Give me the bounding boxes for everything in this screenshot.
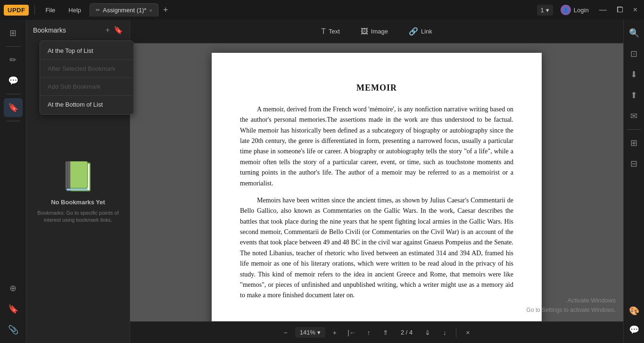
edit-toolbar: T Text 🖼 Image 🔗 Link xyxy=(130,20,623,43)
tab-edit-icon: ✏ xyxy=(96,7,100,13)
pdf-container[interactable]: MEMOIR A memoir, derived from the French… xyxy=(130,43,623,321)
tab-area: ✏ Assignment (1)* × + xyxy=(90,3,533,17)
dropdown-top-of-list[interactable]: At the Top of List xyxy=(40,43,133,59)
fit-page-button[interactable]: ↑ xyxy=(361,325,376,340)
left-sidebar: ⊞ ✏ 💬 🔖 ⊕ 🔖 📎 xyxy=(0,20,26,343)
page-separator: / xyxy=(406,329,409,336)
tab-close-button[interactable]: × xyxy=(149,8,152,13)
fit-all-button[interactable]: ⇑ xyxy=(378,325,393,340)
window-controls: — ⧠ × xyxy=(596,4,640,16)
dropdown-menu: At the Top of List After Selected Bookma… xyxy=(40,41,134,115)
activate-watermark: Activate Windows Go to Settings to activ… xyxy=(527,296,616,315)
page-current: 2 xyxy=(401,329,404,336)
bottom-toolbar: − 141% ▾ + |← ↑ ⇑ 2 / 4 ⇓ ↓ × xyxy=(130,321,623,343)
dropdown-divider xyxy=(40,59,133,60)
placeholder-icon[interactable]: 🔖 xyxy=(4,300,23,318)
colorful-icon[interactable]: 🎨 xyxy=(625,301,644,320)
bookmark-options-button[interactable]: 🔖 xyxy=(114,25,123,34)
mail-right-icon[interactable]: ✉ xyxy=(625,107,644,125)
page-down-button[interactable]: ⇓ xyxy=(420,325,435,340)
watermark-line2: Go to Settings to activate Windows. xyxy=(527,306,616,315)
image-tool-icon: 🖼 xyxy=(361,27,368,36)
image-tool-button[interactable]: 🖼 Image xyxy=(356,25,393,39)
image-tool-label: Image xyxy=(371,28,388,35)
pdf-title: MEMOIR xyxy=(240,81,513,95)
no-bookmarks-title: No Bookmarks Yet xyxy=(51,199,105,206)
zoom-display[interactable]: 141% ▾ xyxy=(295,327,325,338)
main-area: ⊞ ✏ 💬 🔖 ⊕ 🔖 📎 Bookmarks + 🔖 At the Top o… xyxy=(0,20,644,343)
separator xyxy=(6,46,20,47)
pdf-paragraph-2: Memoirs have been written since the anci… xyxy=(240,195,513,301)
zoom-in-button[interactable]: + xyxy=(327,325,342,340)
link-tool-icon: 🔗 xyxy=(409,27,418,36)
pdf-page: MEMOIR A memoir, derived from the French… xyxy=(212,53,542,321)
close-bottom-button[interactable]: × xyxy=(460,325,475,340)
panel-header: Bookmarks + 🔖 xyxy=(26,20,130,40)
fit-width-button[interactable]: |← xyxy=(344,325,359,340)
search-right-icon[interactable]: 🔍 xyxy=(625,24,644,42)
close-button[interactable]: × xyxy=(630,4,640,16)
chat-right-icon[interactable]: 💬 xyxy=(625,320,644,339)
avatar: 👤 xyxy=(561,5,571,15)
add-tab-button[interactable]: + xyxy=(159,3,172,17)
thumbnail-icon[interactable]: ⊞ xyxy=(4,24,23,42)
page-indicator[interactable]: 1 ▾ xyxy=(537,5,553,16)
login-button[interactable]: 👤 Login xyxy=(557,3,593,17)
tab-label: Assignment (1)* xyxy=(103,7,146,14)
maximize-button[interactable]: ⧠ xyxy=(613,4,627,16)
zoom-dropdown-icon: ▾ xyxy=(317,329,321,336)
download-right-icon[interactable]: ⬇ xyxy=(625,65,644,84)
bottom-separator xyxy=(456,328,456,337)
panel-title: Bookmarks xyxy=(33,26,66,34)
crop-right-icon[interactable]: ⊡ xyxy=(625,44,644,63)
layers-icon[interactable]: ⊕ xyxy=(4,279,23,298)
page-down2-button[interactable]: ↓ xyxy=(437,325,452,340)
current-tab[interactable]: ✏ Assignment (1)* × xyxy=(90,3,158,17)
text-tool-label: Text xyxy=(329,28,340,35)
text-tool-icon: T xyxy=(321,27,326,36)
dropdown-bottom-of-list[interactable]: At the Bottom of List xyxy=(40,97,133,112)
book-illustration: 📗 xyxy=(60,159,96,193)
login-label: Login xyxy=(574,7,589,14)
help-menu[interactable]: Help xyxy=(64,5,86,16)
panel-header-actions: + 🔖 xyxy=(106,25,123,34)
dropdown-divider xyxy=(40,95,133,96)
updf-logo[interactable]: UPDF xyxy=(4,5,29,16)
right-sidebar: 🔍 ⊡ ⬇ ⬆ ✉ ⊞ ⊟ 🎨 💬 xyxy=(623,20,644,343)
link-tool-button[interactable]: 🔗 Link xyxy=(404,24,437,39)
zoom-out-button[interactable]: − xyxy=(278,325,293,340)
bookmarks-panel: Bookmarks + 🔖 At the Top of List After S… xyxy=(26,20,130,343)
page-display: 2 / 4 xyxy=(395,327,418,338)
file-menu[interactable]: File xyxy=(41,5,60,16)
watermark-line1: Activate Windows xyxy=(527,296,616,306)
bookmark-panel-icon[interactable]: 🔖 xyxy=(4,98,23,117)
edit-icon[interactable]: ✏ xyxy=(4,50,23,69)
title-bar: UPDF File Help ✏ Assignment (1)* × + 1 ▾… xyxy=(0,0,644,20)
dropdown-after-selected: After Selected Bookmark xyxy=(40,61,133,76)
separator xyxy=(6,121,20,121)
separator xyxy=(34,5,35,15)
ocr-right-icon[interactable]: ⊞ xyxy=(625,134,644,152)
redact-right-icon[interactable]: ⊟ xyxy=(625,154,644,173)
add-bookmark-button[interactable]: + xyxy=(106,26,110,34)
pdf-paragraph-1: A memoir, derived from the French word '… xyxy=(240,104,513,189)
separator xyxy=(6,94,20,94)
content-area: T Text 🖼 Image 🔗 Link MEMOIR A memoir, d… xyxy=(130,20,623,343)
comment-icon[interactable]: 💬 xyxy=(4,71,23,90)
link-tool-label: Link xyxy=(421,28,432,35)
share-right-icon[interactable]: ⬆ xyxy=(625,86,644,105)
attachment-icon[interactable]: 📎 xyxy=(4,320,23,339)
page-total: 4 xyxy=(409,329,413,336)
right-separator xyxy=(627,129,641,130)
no-bookmarks-desc: Bookmarks: Go to specific points of inte… xyxy=(36,209,120,224)
dropdown-divider xyxy=(40,77,133,78)
minimize-button[interactable]: — xyxy=(596,4,610,16)
dropdown-add-sub: Add Sub Bookmark xyxy=(40,79,133,94)
zoom-value: 141% xyxy=(300,329,315,336)
text-tool-button[interactable]: T Text xyxy=(316,25,345,39)
